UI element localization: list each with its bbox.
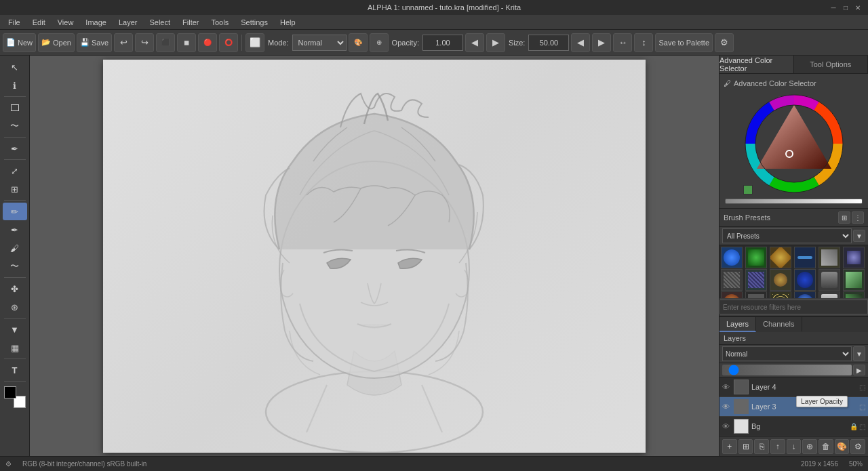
menu-edit[interactable]: Edit (27, 17, 51, 28)
layer-item-3[interactable]: 👁 Layer 3 ⬚ Layer Opacity (719, 397, 868, 417)
opacity-increase[interactable]: ▶ (486, 33, 505, 52)
brush-item-2[interactable] (745, 247, 767, 268)
tab-advanced-color-selector[interactable]: Advanced Color Selector (719, 56, 794, 73)
canvas-area[interactable] (30, 56, 719, 456)
foreground-color[interactable] (4, 386, 16, 398)
layer-color-button[interactable]: 🎨 (835, 439, 850, 454)
flip-vertical[interactable]: ↕ (634, 33, 653, 52)
brush-item-8[interactable] (745, 269, 767, 291)
brush-option-1[interactable]: ⬛ (156, 33, 175, 52)
copy-layer-button[interactable]: ⎘ (754, 439, 769, 454)
tool-brush[interactable]: ✏ (3, 203, 27, 220)
brush-item-3[interactable] (770, 247, 791, 268)
size-input[interactable]: 50.00 (528, 35, 569, 51)
brush-item-1[interactable] (721, 247, 743, 268)
brush-item-7[interactable] (721, 269, 743, 291)
close-button[interactable]: ✕ (853, 3, 863, 12)
move-layer-down[interactable]: ↓ (787, 439, 802, 454)
brush-item-9[interactable] (770, 269, 791, 291)
layers-mode-down[interactable]: ▼ (853, 346, 865, 361)
tab-channels[interactable]: Channels (756, 317, 802, 332)
brush-options-btn[interactable]: ⋮ (852, 211, 864, 224)
color-indicator[interactable] (743, 185, 753, 194)
tool-transform[interactable]: ⤢ (3, 162, 27, 180)
tool-info[interactable]: ℹ (3, 77, 27, 94)
tab-tool-options[interactable]: Tool Options (794, 56, 869, 73)
add-layer-button[interactable]: + (722, 439, 737, 454)
window-controls[interactable]: ─ □ ✕ (829, 3, 863, 12)
maximize-button[interactable]: □ (841, 3, 850, 12)
color-gradient-slider[interactable] (722, 197, 865, 205)
flip-horizontal[interactable]: ↔ (613, 33, 632, 52)
brush-option-3[interactable]: 🔴 (198, 33, 217, 52)
tab-layers[interactable]: Layers (719, 317, 756, 332)
undo-button[interactable]: ↩ (114, 33, 133, 52)
brush-item-15[interactable] (770, 291, 791, 298)
brush-filter-options[interactable]: ▼ (853, 230, 865, 242)
brush-item-11[interactable] (818, 269, 840, 291)
tool-rect-select[interactable] (3, 99, 27, 117)
menu-tools[interactable]: Tools (206, 17, 235, 28)
layer-settings-button[interactable]: ⚙ (850, 439, 865, 454)
menu-view[interactable]: View (52, 17, 79, 28)
brush-item-12[interactable] (843, 269, 865, 291)
size-increase[interactable]: ▶ (592, 33, 611, 52)
color-wheel-wrapper[interactable] (743, 93, 845, 194)
brush-filter-input[interactable] (719, 300, 868, 314)
redo-button[interactable]: ↪ (135, 33, 154, 52)
tool-assistant[interactable]: ⊛ (3, 298, 27, 316)
tool-pointer[interactable]: ↖ (3, 58, 27, 76)
tool-calligraphy[interactable]: ✒ (3, 221, 27, 239)
move-layer-up[interactable]: ↑ (770, 439, 785, 454)
merge-layer-button[interactable]: ⊕ (802, 439, 817, 454)
tool-fill[interactable]: ▼ (3, 321, 27, 338)
save-to-palette-button[interactable]: Save to Palette (655, 33, 713, 52)
brush-option-4[interactable]: ⭕ (219, 33, 238, 52)
brush-item-5[interactable] (818, 247, 840, 268)
color-wheel-svg[interactable] (743, 93, 845, 194)
layer-3-vis-icon[interactable]: 👁 (722, 403, 730, 411)
brush-item-18[interactable] (843, 291, 865, 298)
tool-gradient[interactable]: ▦ (3, 339, 27, 356)
save-button[interactable]: 💾 Save (77, 33, 112, 52)
menu-image[interactable]: Image (80, 17, 112, 28)
brush-item-17[interactable] (818, 291, 840, 298)
brush-item-16[interactable] (794, 291, 816, 298)
color-swatches[interactable] (4, 386, 26, 408)
menu-filter[interactable]: Filter (177, 17, 204, 28)
tool-eyedropper[interactable]: ✒ (3, 140, 27, 157)
brush-filter-select[interactable]: All Presets Basic Digital (722, 228, 852, 243)
tool-text[interactable]: T (3, 361, 27, 379)
tool-dynamic-brush[interactable]: 〜 (3, 258, 27, 275)
layers-opacity-slider[interactable] (722, 365, 852, 375)
menu-file[interactable]: File (3, 17, 26, 28)
color-selector-eyedrop-icon[interactable]: 🖋 (724, 79, 731, 87)
canvas-icon-btn[interactable]: ⬜ (245, 33, 264, 52)
layer-4-vis-icon[interactable]: 👁 (722, 383, 730, 391)
brush-item-6[interactable] (843, 247, 865, 268)
open-button[interactable]: 📂 Open (38, 33, 75, 52)
tool-freehand-select[interactable]: 〜 (3, 117, 27, 135)
layer-bg-vis-icon[interactable]: 👁 (722, 422, 730, 430)
brush-item-10[interactable] (794, 269, 816, 291)
brush-item-4[interactable] (794, 247, 816, 268)
delete-layer-button[interactable]: 🗑 (818, 439, 833, 454)
brush-option-2[interactable]: ◼ (177, 33, 196, 52)
new-button[interactable]: 📄 New (3, 33, 36, 52)
menu-settings[interactable]: Settings (235, 17, 273, 28)
tool-multibrush[interactable]: ✤ (3, 280, 27, 298)
opacity-decrease[interactable]: ◀ (465, 33, 484, 52)
brush-view-toggle[interactable]: ⊞ (838, 211, 850, 224)
tool-opt-2[interactable]: ⊕ (370, 33, 389, 52)
layers-mode-select[interactable]: Normal Multiply Screen (722, 346, 852, 361)
brush-item-13[interactable] (721, 291, 743, 298)
brush-item-14[interactable] (745, 291, 767, 298)
tool-warp[interactable]: ⊞ (3, 180, 27, 198)
opacity-input[interactable]: 1.00 (422, 35, 463, 51)
mode-select[interactable]: Normal Multiply Screen Overlay (292, 35, 347, 51)
add-group-button[interactable]: ⊞ (738, 439, 753, 454)
tool-smart-brush[interactable]: 🖌 (3, 239, 27, 257)
layer-item-4[interactable]: 👁 Layer 4 ⬚ (719, 377, 868, 397)
canvas[interactable] (103, 60, 646, 453)
size-decrease[interactable]: ◀ (571, 33, 590, 52)
